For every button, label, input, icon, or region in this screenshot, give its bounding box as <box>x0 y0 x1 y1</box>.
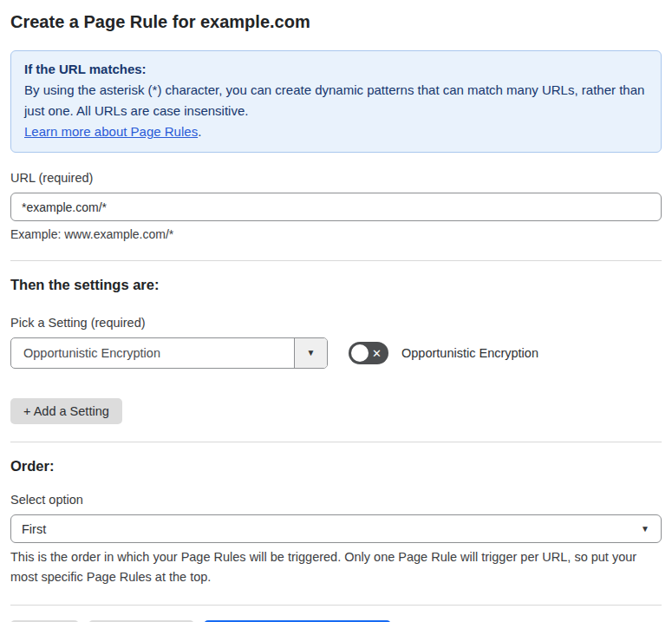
divider <box>10 260 662 261</box>
divider <box>10 605 662 606</box>
order-select[interactable]: First ▼ <box>10 514 662 543</box>
settings-section-heading: Then the settings are: <box>10 276 662 293</box>
url-input[interactable] <box>10 193 662 221</box>
toggle-label: Opportunistic Encryption <box>401 346 538 360</box>
order-select-label: Select option <box>10 492 662 507</box>
toggle-off-x-icon: ✕ <box>372 348 382 359</box>
page-title: Create a Page Rule for example.com <box>10 11 662 32</box>
opportunistic-encryption-toggle-group: ✕ Opportunistic Encryption <box>349 342 538 364</box>
learn-more-link[interactable]: Learn more about Page Rules <box>24 124 198 139</box>
url-match-info-box: If the URL matches: By using the asteris… <box>10 50 662 153</box>
order-select-value: First <box>22 522 46 536</box>
pick-setting-label: Pick a Setting (required) <box>10 315 662 331</box>
add-setting-button[interactable]: + Add a Setting <box>10 398 122 424</box>
link-suffix: . <box>198 124 201 139</box>
order-section-heading: Order: <box>10 457 662 475</box>
info-box-body: By using the asterisk (*) character, you… <box>24 80 648 121</box>
url-field-label: URL (required) <box>10 170 662 186</box>
info-box-link-line: Learn more about Page Rules. <box>24 121 648 142</box>
toggle-knob <box>351 344 369 362</box>
opportunistic-encryption-toggle[interactable]: ✕ <box>349 342 388 364</box>
chevron-down-icon: ▼ <box>641 525 649 534</box>
setting-select-arrow-button[interactable]: ▼ <box>294 338 327 368</box>
setting-row: Opportunistic Encryption ▼ ✕ Opportunist… <box>10 337 662 369</box>
divider <box>10 442 662 442</box>
setting-select-value: Opportunistic Encryption <box>11 338 294 368</box>
url-example-helper: Example: www.example.com/* <box>10 226 662 243</box>
info-box-heading: If the URL matches: <box>24 59 648 80</box>
order-helper-text: This is the order in which your Page Rul… <box>10 547 652 587</box>
chevron-down-icon: ▼ <box>307 349 316 357</box>
setting-select[interactable]: Opportunistic Encryption ▼ <box>10 337 328 369</box>
page-rule-form: Create a Page Rule for example.com If th… <box>0 0 672 622</box>
